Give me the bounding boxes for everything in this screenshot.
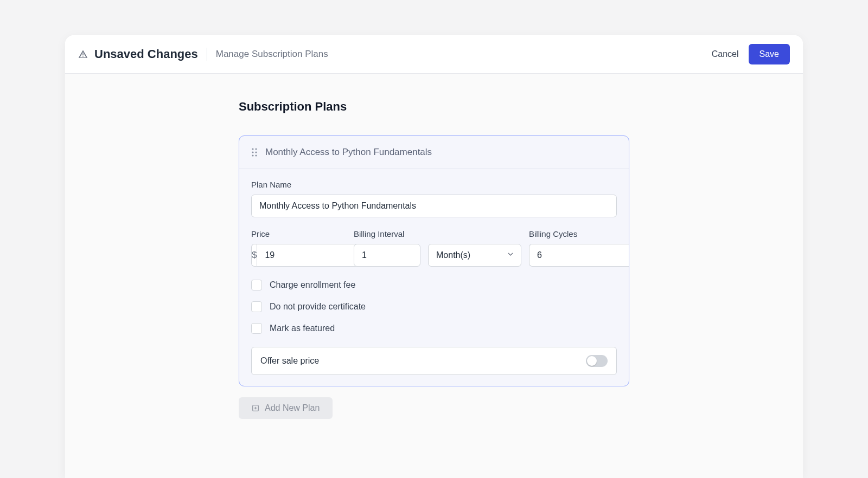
plan-card: Monthly Access to Python Fundamentals Pl… (239, 135, 629, 386)
sale-price-toggle[interactable] (586, 355, 608, 367)
cycles-column: Billing Cycles Times (529, 229, 624, 267)
pricing-row: Price $ Billing Interval Mont (251, 229, 617, 267)
drag-handle-icon[interactable] (251, 147, 258, 157)
warning-icon (78, 49, 88, 59)
breadcrumb-divider (207, 48, 207, 61)
header-right: Cancel Save (712, 44, 790, 64)
featured-checkbox[interactable] (251, 323, 262, 334)
sale-price-row: Offer sale price (251, 347, 617, 375)
unsaved-changes-label: Unsaved Changes (94, 47, 198, 61)
plan-card-body: Plan Name Price $ Billing Interval (239, 169, 629, 386)
breadcrumb: Manage Subscription Plans (216, 49, 328, 60)
svg-point-4 (252, 154, 253, 156)
cycles-group: Times (529, 244, 624, 267)
svg-point-5 (255, 154, 257, 156)
price-column: Price $ (251, 229, 346, 267)
featured-row: Mark as featured (251, 323, 617, 334)
add-new-plan-button[interactable]: Add New Plan (239, 397, 333, 419)
plus-icon (252, 404, 259, 412)
page-title: Subscription Plans (239, 100, 629, 114)
interval-column: Billing Interval Month(s) (354, 229, 521, 267)
cancel-button[interactable]: Cancel (712, 49, 739, 59)
certificate-label: Do not provide certificate (270, 302, 366, 312)
price-group: $ (251, 244, 346, 267)
price-label: Price (251, 229, 346, 238)
svg-point-2 (252, 151, 253, 153)
cycles-input[interactable] (529, 244, 629, 267)
svg-point-1 (255, 148, 257, 150)
certificate-checkbox[interactable] (251, 301, 262, 312)
plan-header-title: Monthly Access to Python Fundamentals (265, 147, 432, 158)
plan-name-input[interactable] (251, 195, 617, 217)
enrollment-fee-label: Charge enrollment fee (270, 280, 355, 290)
enrollment-fee-row: Charge enrollment fee (251, 280, 617, 290)
plan-card-header: Monthly Access to Python Fundamentals (239, 136, 629, 169)
enrollment-fee-checkbox[interactable] (251, 280, 262, 290)
svg-point-0 (252, 148, 253, 150)
page-header: Unsaved Changes Manage Subscription Plan… (65, 35, 803, 74)
toggle-knob (587, 356, 597, 366)
currency-symbol: $ (251, 244, 257, 267)
content-column: Subscription Plans Monthly Access to Pyt… (239, 100, 629, 478)
interval-unit-select[interactable]: Month(s) (428, 244, 521, 267)
page-container: Unsaved Changes Manage Subscription Plan… (65, 35, 803, 478)
certificate-row: Do not provide certificate (251, 301, 617, 312)
add-new-plan-label: Add New Plan (265, 403, 320, 413)
svg-point-3 (255, 151, 257, 153)
sale-price-label: Offer sale price (260, 356, 319, 366)
main-area: Subscription Plans Monthly Access to Pyt… (65, 74, 803, 478)
cycles-label: Billing Cycles (529, 229, 624, 238)
interval-input[interactable] (354, 244, 420, 267)
save-button[interactable]: Save (749, 44, 790, 64)
interval-unit-wrap: Month(s) (428, 244, 521, 267)
featured-label: Mark as featured (270, 324, 335, 333)
header-left: Unsaved Changes Manage Subscription Plan… (78, 47, 328, 61)
plan-name-label: Plan Name (251, 180, 617, 189)
interval-label: Billing Interval (354, 229, 521, 238)
